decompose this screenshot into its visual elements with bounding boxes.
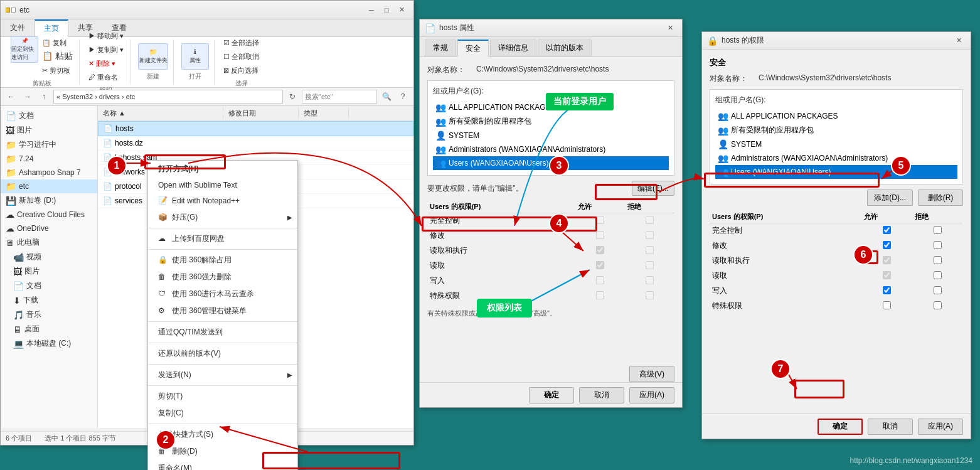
ctx-360-virus[interactable]: 🛡使用 360进行木马云查杀	[148, 286, 297, 302]
ctx-edit-notepad[interactable]: 📝Edit with Notepad++	[148, 193, 297, 209]
address-path[interactable]: « System32 › drivers › etc	[53, 90, 283, 104]
search-button[interactable]: 🔍	[380, 90, 393, 103]
dialog-close-perm[interactable]: ✕	[952, 35, 966, 46]
move-to-button[interactable]: ▶ 移动到 ▾	[87, 29, 125, 42]
sidebar-item-ashampoo[interactable]: 📁Ashampoo Snap 7	[1, 166, 97, 179]
tab-general[interactable]: 常规	[425, 40, 456, 56]
sidebar-item-study[interactable]: 📁学习进行中	[1, 137, 97, 152]
tab-security[interactable]: 安全	[457, 40, 489, 57]
advanced-button-prop[interactable]: 高级(V)	[629, 366, 674, 382]
ctx-rename[interactable]: 重命名(M)	[148, 460, 297, 470]
user-administrators[interactable]: 👥Administrators (WANGXIAOAN\Administrato…	[433, 142, 669, 156]
perm-allow-modify[interactable]	[575, 228, 625, 243]
refresh-button[interactable]: ↻	[285, 90, 299, 103]
sidebar-item-pics[interactable]: 🖼图片	[1, 264, 97, 279]
perm-user-administrators[interactable]: 👥Administrators (WANGXIAOAN\Administrato…	[715, 151, 957, 165]
perm-deny-write[interactable]	[625, 274, 674, 289]
perm-deny-read-exec-perm[interactable]	[912, 254, 963, 269]
sidebar-item-724[interactable]: 📁7.24	[1, 152, 97, 166]
sidebar-item-local-disk[interactable]: 💻本地磁盘 (C:)	[1, 336, 97, 351]
pin-quick-access-button[interactable]: 📌固定到快速访问	[11, 36, 38, 63]
back-button[interactable]: ←	[4, 90, 18, 103]
perm-deny-read[interactable]	[625, 259, 674, 274]
new-folder-button[interactable]: 📁新建文件夹	[138, 43, 168, 70]
sidebar-item-music[interactable]: 🎵音乐	[1, 307, 97, 322]
up-button[interactable]: ↑	[37, 90, 51, 103]
tab-details[interactable]: 详细信息	[490, 40, 536, 56]
perm-deny-read-exec[interactable]	[625, 243, 674, 259]
perm-deny-full[interactable]	[625, 213, 674, 228]
minimize-button[interactable]: ─	[365, 4, 378, 16]
remove-button-perm[interactable]: 删除(R)	[918, 190, 963, 206]
copy-to-button[interactable]: ▶ 复制到 ▾	[87, 43, 125, 56]
ctx-copy[interactable]: 复制(C)	[148, 405, 297, 422]
perm-allow-full[interactable]	[575, 213, 625, 228]
perm-user-restricted[interactable]: 👥所有受限制的应用程序包	[715, 123, 957, 137]
perm-deny-write-perm[interactable]	[912, 284, 963, 299]
perm-user-all-app[interactable]: 👥ALL APPLICATION PACKAGES	[715, 109, 957, 123]
file-row-hosts[interactable]: 📄hosts	[98, 121, 413, 136]
sidebar-item-documents[interactable]: 📄文档	[1, 109, 97, 123]
perm-allow-write[interactable]	[575, 274, 625, 289]
perm-user-system[interactable]: 👤SYSTEM	[715, 137, 957, 151]
perm-allow-special[interactable]	[575, 289, 625, 304]
file-row-hosts-dz[interactable]: 📄hosts.dz	[98, 136, 413, 151]
ok-button-perm[interactable]: 确定	[818, 419, 863, 435]
user-system[interactable]: 👤SYSTEM	[433, 129, 669, 142]
properties-button[interactable]: ℹ属性	[181, 43, 209, 70]
col-type[interactable]: 类型	[299, 107, 349, 119]
dialog-close-prop[interactable]: ✕	[663, 23, 677, 34]
close-button[interactable]: ✕	[395, 4, 408, 16]
help-button[interactable]: ?	[396, 90, 410, 103]
ctx-restore-prev[interactable]: 还原以前的版本(V)	[148, 345, 297, 362]
perm-allow-full-perm[interactable]	[861, 223, 912, 238]
maximize-button[interactable]: □	[380, 4, 393, 16]
col-name[interactable]: 名称 ▲	[98, 107, 223, 119]
ctx-open-sublime[interactable]: Open with Sublime Text	[148, 178, 297, 193]
paste-button[interactable]: 📋 粘贴	[41, 50, 74, 63]
delete-button[interactable]: ✕ 删除 ▾	[87, 57, 125, 70]
perm-user-users[interactable]: 👥Users (WANGXIAOAN\Users)	[715, 165, 957, 179]
apply-button-prop[interactable]: 应用(A)	[629, 387, 674, 403]
sidebar-item-video[interactable]: 📹视频	[1, 250, 97, 264]
ctx-open-with[interactable]: 打开方式(H)	[148, 161, 297, 178]
sidebar-item-pictures[interactable]: 🖼图片	[1, 123, 97, 137]
sidebar-item-docs[interactable]: 📄文档	[1, 279, 97, 293]
cancel-button-perm[interactable]: 取消	[868, 419, 913, 435]
cancel-button-prop[interactable]: 取消	[579, 387, 624, 403]
select-none-button[interactable]: ☐ 全部取消	[222, 50, 260, 63]
tab-file[interactable]: 文件	[1, 19, 35, 36]
select-all-button[interactable]: ☑ 全部选择	[222, 36, 260, 49]
search-input[interactable]	[302, 90, 377, 104]
ctx-360-delete[interactable]: 🗑使用 360强力删除	[148, 269, 297, 286]
sidebar-item-desktop[interactable]: 🖥桌面	[1, 322, 97, 336]
add-button-perm[interactable]: 添加(D)...	[867, 190, 913, 206]
cut-button[interactable]: ✂ 剪切板	[41, 64, 74, 77]
sidebar-item-etc[interactable]: 📁etc	[1, 179, 97, 193]
ctx-baidu-upload[interactable]: ☁上传到百度网盘	[148, 230, 297, 247]
perm-allow-read-exec[interactable]	[575, 243, 625, 259]
tab-home[interactable]: 主页	[35, 19, 68, 37]
invert-select-button[interactable]: ⊠ 反向选择	[222, 64, 260, 77]
sidebar-item-downloads[interactable]: ⬇下载	[1, 293, 97, 307]
ok-button-prop[interactable]: 确定	[529, 387, 574, 403]
tab-previous[interactable]: 以前的版本	[538, 40, 592, 56]
sidebar-item-creative-cloud[interactable]: ☁Creative Cloud Files	[1, 208, 97, 222]
col-date[interactable]: 修改日期	[223, 107, 299, 119]
perm-allow-read-perm[interactable]	[861, 269, 912, 284]
ctx-send-to[interactable]: 发送到(N)	[148, 366, 297, 383]
sidebar-item-thispc[interactable]: 🖥此电脑	[1, 235, 97, 250]
edit-button-prop[interactable]: 编辑(E)...	[632, 181, 674, 196]
perm-allow-read[interactable]	[575, 259, 625, 274]
user-restricted-app[interactable]: 👥所有受限制的应用程序包	[433, 114, 669, 129]
ctx-360-menu[interactable]: ⚙使用 360管理右键菜单	[148, 302, 297, 319]
perm-deny-special[interactable]	[625, 289, 674, 304]
ctx-qq-send[interactable]: 通过QQ/TIM发送到	[148, 324, 297, 341]
perm-deny-special-perm[interactable]	[912, 299, 963, 314]
ctx-360-unoccupy[interactable]: 🔒使用 360解除占用	[148, 252, 297, 269]
copy-button[interactable]: 📋 复制	[41, 36, 74, 49]
sidebar-item-onedrive[interactable]: ☁OneDrive	[1, 222, 97, 235]
perm-allow-special-perm[interactable]	[861, 299, 912, 314]
perm-deny-read-perm[interactable]	[912, 269, 963, 284]
perm-deny-modify-perm[interactable]	[912, 238, 963, 254]
